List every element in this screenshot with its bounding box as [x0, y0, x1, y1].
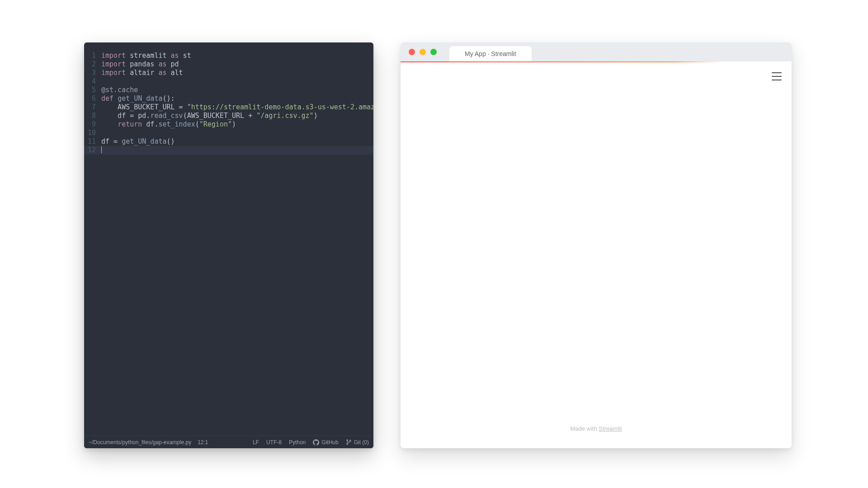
git-branch-icon: [346, 439, 352, 445]
line-number: 8: [88, 112, 101, 120]
status-github[interactable]: GitHub: [313, 439, 338, 446]
browser-chrome-bar: My App · Streamlit: [401, 42, 792, 61]
code-content: [101, 146, 102, 155]
code-content: import altair as alt: [101, 69, 183, 77]
code-line[interactable]: 10: [84, 129, 373, 137]
line-number: 10: [88, 129, 101, 137]
code-line[interactable]: 4: [84, 77, 373, 86]
code-line[interactable]: 5@st.cache: [84, 86, 373, 94]
code-content: @st.cache: [101, 86, 138, 94]
code-content: df = pd.read_csv(AWS_BUCKET_URL + "/agri…: [101, 112, 318, 120]
status-github-label: GitHub: [321, 439, 338, 446]
window-zoom-button[interactable]: [430, 49, 437, 55]
code-line[interactable]: 12: [84, 146, 373, 155]
app-footer: Made with Streamlit: [401, 425, 792, 432]
footer-prefix: Made with: [570, 425, 599, 432]
status-file-path[interactable]: ~/Documents/python_files/gap-example.py: [89, 439, 191, 446]
status-language[interactable]: Python: [289, 439, 306, 446]
status-cursor-position[interactable]: 12:1: [198, 439, 208, 446]
hamburger-menu-button[interactable]: [772, 72, 782, 80]
line-number: 4: [88, 77, 101, 86]
window-close-button[interactable]: [409, 49, 415, 55]
code-line[interactable]: 1import streamlit as st: [84, 52, 373, 60]
code-content: return df.set_index("Region"): [101, 120, 236, 129]
line-number: 3: [88, 69, 101, 77]
footer-streamlit-link[interactable]: Streamlit: [599, 425, 622, 432]
code-content: import streamlit as st: [101, 52, 191, 60]
browser-tab-title: My App · Streamlit: [465, 50, 516, 57]
code-line[interactable]: 6def get_UN_data():: [84, 94, 373, 103]
status-eol[interactable]: LF: [253, 439, 259, 446]
line-number: 7: [88, 103, 101, 112]
status-git[interactable]: Git (0): [346, 439, 369, 446]
window-traffic-lights: [409, 42, 437, 61]
code-line[interactable]: 2import pandas as pd: [84, 60, 373, 69]
status-git-label: Git (0): [354, 439, 369, 446]
line-number: 12: [88, 146, 101, 155]
code-content: import pandas as pd: [101, 60, 179, 69]
text-cursor: [101, 146, 102, 153]
line-number: 1: [88, 52, 101, 60]
svg-point-0: [347, 440, 348, 441]
code-content: df = get_UN_data(): [101, 137, 175, 146]
line-number: 9: [88, 120, 101, 129]
svg-point-1: [347, 443, 348, 445]
code-editor-panel: 1import streamlit as st2import pandas as…: [84, 42, 373, 448]
app-body: Made with Streamlit: [401, 62, 792, 448]
browser-tab[interactable]: My App · Streamlit: [449, 46, 532, 61]
code-line[interactable]: 9 return df.set_index("Region"): [84, 120, 373, 129]
code-content: AWS_BUCKET_URL = "https://streamlit-demo…: [101, 103, 373, 112]
line-number: 6: [88, 94, 101, 103]
code-line[interactable]: 3import altair as alt: [84, 69, 373, 77]
code-line[interactable]: 7 AWS_BUCKET_URL = "https://streamlit-de…: [84, 103, 373, 112]
github-icon: [313, 439, 319, 446]
line-number: 2: [88, 60, 101, 69]
editor-status-bar: ~/Documents/python_files/gap-example.py …: [84, 436, 373, 448]
browser-window: My App · Streamlit Made with Streamlit: [401, 42, 792, 448]
window-minimize-button[interactable]: [420, 49, 426, 55]
code-content: def get_UN_data():: [101, 94, 175, 103]
svg-point-2: [349, 440, 351, 441]
line-number: 5: [88, 86, 101, 94]
status-encoding[interactable]: UTF-8: [266, 439, 282, 446]
code-line[interactable]: 11df = get_UN_data(): [84, 137, 373, 146]
code-area[interactable]: 1import streamlit as st2import pandas as…: [84, 42, 373, 436]
code-line[interactable]: 8 df = pd.read_csv(AWS_BUCKET_URL + "/ag…: [84, 112, 373, 120]
line-number: 11: [88, 137, 101, 146]
